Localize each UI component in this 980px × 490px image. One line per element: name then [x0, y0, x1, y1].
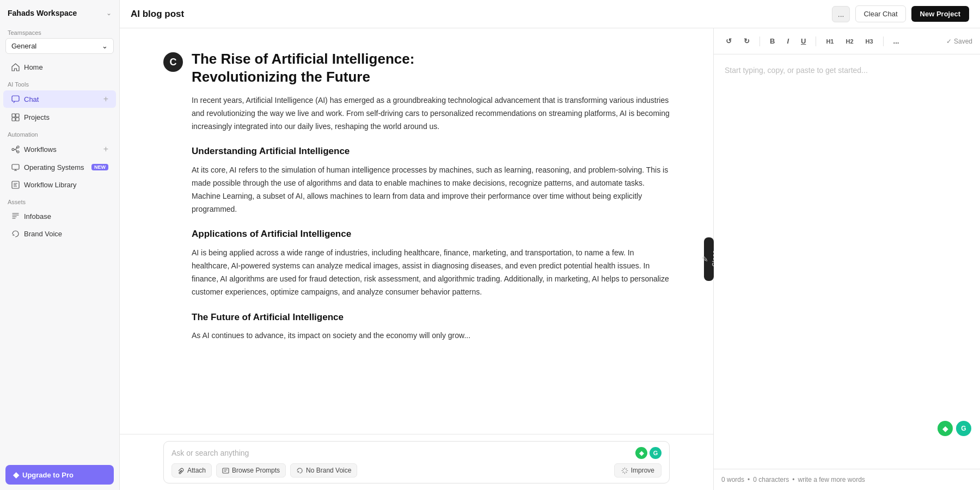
topbar-actions: ... Clear Chat New Project	[832, 5, 969, 22]
svg-rect-1	[12, 114, 15, 117]
clear-chat-button[interactable]: Clear Chat	[855, 5, 905, 22]
bold-button[interactable]: B	[765, 34, 779, 48]
toolbar-divider-1	[759, 36, 760, 46]
improve-button[interactable]: Improve	[614, 463, 661, 477]
content-split: C The Rise of Artificial Intelligence: R…	[120, 28, 980, 490]
page-title: AI blog post	[131, 9, 184, 20]
svg-rect-10	[223, 468, 229, 473]
document-scroll: C The Rise of Artificial Intelligence: R…	[120, 28, 713, 434]
svg-point-6	[17, 146, 19, 148]
sidebar-item-home[interactable]: Home	[3, 59, 116, 75]
workspace-selector[interactable]: Fahads Workspace ⌄	[0, 0, 119, 24]
h3-button[interactable]: H3	[861, 35, 878, 48]
sidebar-item-workflow-library[interactable]: Workflow Library	[3, 176, 116, 193]
svg-rect-0	[12, 96, 19, 101]
infobase-icon	[11, 212, 20, 220]
workspace-name: Fahads Workspace	[8, 9, 77, 17]
sidebar-item-projects-label: Projects	[24, 113, 108, 121]
sidebar-item-infobase[interactable]: Infobase	[3, 208, 116, 224]
checkmark-icon: ✓	[946, 38, 952, 45]
editor-placeholder: Start typing, copy, or paste to get star…	[725, 66, 868, 75]
toolbar-divider-2	[816, 36, 816, 46]
editor-footer: 0 words • 0 characters • write a few mor…	[714, 469, 980, 490]
sidebar-item-workflows[interactable]: Workflows +	[3, 140, 116, 158]
editor-grammarly-icon[interactable]: G	[956, 421, 971, 436]
os-icon	[11, 163, 20, 171]
section-3-body: As AI continues to advance, its impact o…	[192, 329, 670, 342]
chat-add-icon[interactable]: +	[103, 94, 108, 104]
undo-button[interactable]: ↺	[721, 34, 736, 48]
attach-button[interactable]: Attach	[171, 463, 212, 477]
svg-point-5	[12, 148, 14, 150]
upgrade-button[interactable]: ◆ Upgrade to Pro	[5, 465, 114, 485]
ai-icon-teal: G	[650, 447, 661, 459]
diamond-icon: ◆	[13, 470, 19, 479]
sidebar-item-os-label: Operating Systems	[24, 163, 85, 171]
assets-label: Assets	[0, 193, 119, 207]
os-new-badge: NEW	[91, 164, 108, 170]
sidebar-item-projects[interactable]: Projects	[3, 109, 116, 125]
teamspaces-label: Teamspaces	[0, 24, 119, 38]
document-header: C The Rise of Artificial Intelligence: R…	[163, 50, 670, 85]
sidebar-item-brand-voice[interactable]: Brand Voice	[3, 225, 116, 242]
sidebar-item-infobase-label: Infobase	[24, 212, 108, 220]
chat-input-row: ◆ G	[171, 447, 661, 459]
ai-tools-label: AI Tools	[0, 76, 119, 90]
svg-rect-2	[16, 114, 19, 117]
svg-rect-3	[12, 118, 15, 121]
teamspace-dropdown[interactable]: General ⌄	[5, 38, 114, 54]
close-panel-button[interactable]: Close ✎	[704, 237, 714, 281]
editor-ai-green-icon[interactable]: ◆	[938, 421, 953, 436]
automation-label: Automation	[0, 126, 119, 140]
word-count: 0 words	[721, 476, 744, 483]
footer-sep-2: •	[792, 476, 794, 483]
document-icon: C	[163, 52, 183, 72]
editor-content[interactable]: Start typing, copy, or paste to get star…	[714, 54, 980, 469]
sidebar-item-operating-systems[interactable]: Operating Systems NEW	[3, 159, 116, 175]
topbar: AI blog post ... Clear Chat New Project	[120, 0, 980, 28]
workflows-add-icon[interactable]: +	[103, 144, 108, 154]
chat-input[interactable]	[171, 449, 631, 457]
chat-toolbar: Attach Browse Prompts No Brand Voice	[171, 463, 661, 477]
underline-button[interactable]: U	[797, 34, 810, 48]
ai-icon-green: ◆	[635, 447, 647, 459]
home-icon	[11, 63, 20, 71]
svg-point-7	[17, 151, 19, 153]
sidebar-item-chat-label: Chat	[24, 95, 99, 103]
document-intro: In recent years, Artificial Intelligence…	[192, 94, 670, 133]
section-2-heading: Applications of Artificial Intelligence	[192, 226, 670, 242]
italic-button[interactable]: I	[782, 34, 793, 48]
sidebar-item-home-label: Home	[24, 63, 108, 71]
editor-ai-icons: ◆ G	[938, 421, 971, 436]
more-formatting-button[interactable]: ...	[889, 34, 904, 48]
workflows-icon	[11, 145, 20, 154]
section-2-body: AI is being applied across a wide range …	[192, 247, 670, 298]
footer-hint: write a few more words	[798, 476, 865, 483]
document-body: In recent years, Artificial Intelligence…	[192, 94, 670, 342]
section-1-body: At its core, AI refers to the simulation…	[192, 164, 670, 216]
h2-button[interactable]: H2	[841, 35, 857, 48]
character-count: 0 characters	[753, 476, 789, 483]
saved-label: Saved	[954, 38, 972, 45]
chat-input-area: ◆ G Attach Browse Prompts	[120, 434, 713, 490]
section-3-heading: The Future of Artificial Intelligence	[192, 310, 670, 326]
footer-sep-1: •	[748, 476, 750, 483]
new-project-button[interactable]: New Project	[911, 6, 969, 22]
redo-button[interactable]: ↻	[739, 34, 754, 48]
pencil-icon: ✎	[701, 255, 709, 264]
sidebar-item-brand-voice-label: Brand Voice	[24, 230, 108, 238]
editor-toolbar: ↺ ↻ B I U H1 H2 H3 ... ✓ Saved	[714, 28, 980, 54]
h1-button[interactable]: H1	[822, 35, 838, 48]
sidebar-item-chat[interactable]: Chat +	[3, 90, 116, 108]
sidebar-item-workflow-library-label: Workflow Library	[24, 181, 108, 189]
no-brand-voice-label: No Brand Voice	[306, 467, 351, 474]
document-title-line1: The Rise of Artificial Intelligence:	[192, 50, 414, 68]
more-options-button[interactable]: ...	[832, 6, 850, 22]
no-brand-voice-button[interactable]: No Brand Voice	[290, 463, 357, 477]
section-1-heading: Understanding Artificial Intelligence	[192, 144, 670, 160]
document-title-line2: Revolutionizing the Future	[192, 68, 414, 86]
right-panel: Close ✎ ↺ ↻ B I U H1 H2 H3 ... ✓	[713, 28, 980, 490]
browse-prompts-button[interactable]: Browse Prompts	[216, 463, 286, 477]
document-area: C The Rise of Artificial Intelligence: R…	[120, 28, 713, 490]
library-icon	[11, 180, 20, 189]
